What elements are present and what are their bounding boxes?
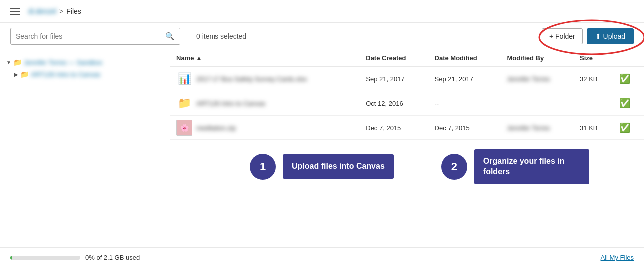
step-group-2: 2 Organize your files in folders xyxy=(441,149,589,184)
expand-triangle: ▼ xyxy=(6,60,11,65)
file-table: Name ▲ Date Created Date Modified Modifi… xyxy=(170,50,644,140)
sidebar-item-label-0: Jennifer Torres — Sandbox xyxy=(24,59,102,66)
date-modified-1: -- xyxy=(429,91,501,116)
search-icon: 🔍 xyxy=(165,32,175,40)
file-list: Name ▲ Date Created Date Modified Modifi… xyxy=(170,50,644,247)
file-name-1[interactable]: ART126 Intro to Canvas xyxy=(196,100,265,107)
file-name-0[interactable]: 2017-17 Bus Safety Survey Cards.xlsx xyxy=(196,75,307,83)
check-icon-1: ✅ xyxy=(619,98,630,108)
modified-by-2: Jennifer Torres xyxy=(501,116,574,140)
table-row: 📁 ART126 Intro to Canvas Oct 12, 2016 --… xyxy=(170,91,644,116)
col-date-created[interactable]: Date Created xyxy=(360,50,429,66)
breadcrumb-separator: > xyxy=(59,7,63,15)
col-date-modified[interactable]: Date Modified xyxy=(429,50,501,66)
date-created-0: Sep 21, 2017 xyxy=(360,66,429,91)
step-tooltip-1: Upload files into Canvas xyxy=(283,154,394,179)
published-1: ✅ xyxy=(613,91,644,116)
file-name-cell: 📊 2017-17 Bus Safety Survey Cards.xlsx xyxy=(170,66,360,91)
date-created-2: Dec 7, 2015 xyxy=(360,116,429,140)
file-thumb-image: 🌸 xyxy=(176,120,192,136)
search-wrapper: 🔍 xyxy=(10,28,180,45)
published-0: ✅ xyxy=(613,66,644,91)
folder-icon: 📁 xyxy=(13,58,22,66)
file-name-cell-2: 🌸 meditation.zip xyxy=(170,116,360,140)
col-size[interactable]: Size xyxy=(574,50,613,66)
col-modified-by[interactable]: Modified By xyxy=(501,50,574,66)
file-thumb-folder: 📁 xyxy=(176,95,192,111)
items-selected-label: 0 items selected xyxy=(186,32,536,40)
sidebar-item-0[interactable]: ▼ 📁 Jennifer Torres — Sandbox xyxy=(0,56,170,68)
sidebar: ▼ 📁 Jennifer Torres — Sandbox ▶ 📁 ART126… xyxy=(0,50,170,247)
check-icon-0: ✅ xyxy=(619,74,630,84)
modified-by-0: Jennifer Torres xyxy=(501,66,574,91)
col-name[interactable]: Name ▲ xyxy=(170,50,360,66)
check-icon-2: ✅ xyxy=(619,123,630,133)
date-modified-2: Dec 7, 2015 xyxy=(429,116,501,140)
step-group-1: 1 Upload files into Canvas xyxy=(250,154,394,180)
sidebar-item-1[interactable]: ▶ 📁 ART126 Intro to Canvas xyxy=(0,68,170,80)
footer: 0% of 2.1 GB used All My Files xyxy=(0,247,644,267)
progress-bar-wrapper xyxy=(10,256,80,260)
size-2: 31 KB xyxy=(574,116,613,140)
sidebar-item-label-1: ART126 Intro to Canvas xyxy=(31,71,100,78)
add-folder-button[interactable]: + Folder xyxy=(542,28,583,44)
file-name-2[interactable]: meditation.zip xyxy=(196,124,236,132)
breadcrumb-user[interactable]: di.denzel xyxy=(28,7,56,15)
step-tooltip-2: Organize your files in folders xyxy=(474,149,589,184)
hamburger-menu[interactable] xyxy=(10,8,20,15)
table-row: 🌸 meditation.zip Dec 7, 2015 Dec 7, 2015… xyxy=(170,116,644,140)
top-bar: di.denzel > Files xyxy=(0,0,644,23)
file-thumb-spreadsheet: 📊 xyxy=(176,71,192,87)
storage-text: 0% of 2.1 GB used xyxy=(85,254,140,261)
size-1 xyxy=(574,91,613,116)
modified-by-1 xyxy=(501,91,574,116)
breadcrumb: di.denzel > Files xyxy=(28,7,81,15)
all-my-files-link[interactable]: All My Files xyxy=(601,254,634,261)
breadcrumb-current: Files xyxy=(66,7,81,15)
action-buttons: + Folder ⬆ Upload xyxy=(542,28,634,44)
col-status xyxy=(613,50,644,66)
date-created-1: Oct 12, 2016 xyxy=(360,91,429,116)
size-0: 32 KB xyxy=(574,66,613,91)
progress-bar-fill xyxy=(10,256,12,260)
date-modified-0: Sep 21, 2017 xyxy=(429,66,501,91)
folder-icon-1: 📁 xyxy=(20,70,29,78)
expand-triangle-1: ▶ xyxy=(14,72,18,77)
table-row: 📊 2017-17 Bus Safety Survey Cards.xlsx S… xyxy=(170,66,644,91)
toolbar: 🔍 0 items selected + Folder ⬆ Upload xyxy=(0,23,644,50)
tooltip-overlay: 1 Upload files into Canvas 2 Organize yo… xyxy=(170,140,644,193)
step-circle-2: 2 xyxy=(441,154,467,180)
published-2: ✅ xyxy=(613,116,644,140)
upload-button[interactable]: ⬆ Upload xyxy=(587,28,634,44)
main-layout: ▼ 📁 Jennifer Torres — Sandbox ▶ 📁 ART126… xyxy=(0,50,644,247)
search-button[interactable]: 🔍 xyxy=(160,28,180,44)
search-input[interactable] xyxy=(11,29,160,44)
step-circle-1: 1 xyxy=(250,154,276,180)
file-name-cell-1: 📁 ART126 Intro to Canvas xyxy=(170,91,360,116)
